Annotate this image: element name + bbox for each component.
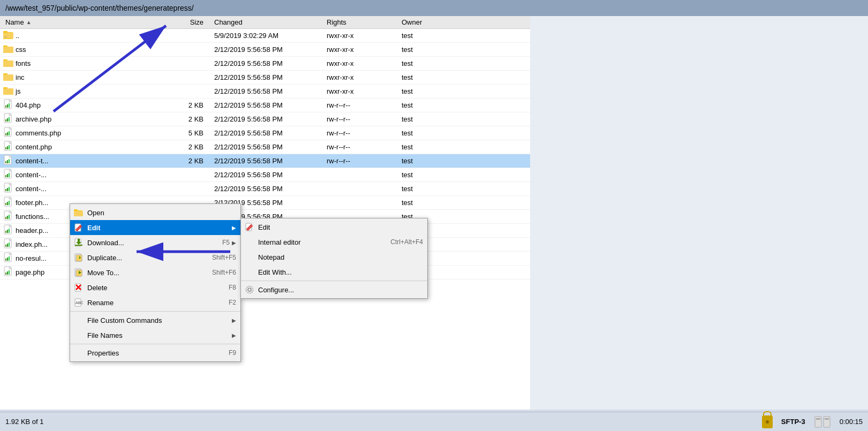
col-header-owner[interactable]: Owner	[396, 18, 461, 26]
timer: 0:00:15	[840, 418, 863, 426]
table-row[interactable]: .. ..5/9/2019 3:02:29 AMrwxr-xr-xtest	[0, 29, 530, 43]
submenu-item-notepad[interactable]: Notepad	[241, 249, 427, 264]
svg-rect-92	[76, 255, 82, 261]
status-bar: 1.92 KB of 1 SFTP-3 0:00:15	[0, 412, 868, 431]
file-name: content-t...	[16, 157, 48, 165]
file-rights: rw-r--r--	[321, 143, 396, 151]
file-name: index.ph...	[16, 240, 48, 248]
gear-icon	[244, 284, 255, 295]
file-owner: test	[396, 157, 461, 165]
menu-item-delete[interactable]: Delete F8	[70, 280, 240, 295]
file-owner: test	[396, 115, 461, 123]
svg-rect-34	[7, 146, 8, 149]
menu-item-edit[interactable]: Edit ▶	[70, 220, 240, 235]
svg-rect-44	[7, 174, 8, 177]
table-row[interactable]: css2/12/2019 5:56:58 PMrwxr-xr-xtest	[0, 43, 530, 57]
php-file-icon	[3, 183, 14, 195]
current-path: /www/test_957/public/wp-content/themes/g…	[5, 4, 194, 12]
table-row[interactable]: content-...2/12/2019 5:56:58 PMtest	[0, 168, 530, 182]
parent-folder-icon: ..	[3, 30, 14, 41]
context-menu: Open Edit ▶ Download... F5 ▶	[70, 203, 241, 362]
menu-item-duplicate[interactable]: Duplicate... Shift+F5	[70, 250, 240, 265]
svg-text:..: ..	[4, 33, 7, 39]
svg-rect-83	[74, 211, 83, 216]
svg-rect-35	[9, 145, 10, 149]
file-owner: test	[396, 143, 461, 151]
col-header-size[interactable]: Size	[166, 18, 209, 26]
php-file-icon	[3, 252, 14, 264]
file-name: content-...	[16, 171, 47, 179]
menu-item-properties[interactable]: Properties F9	[70, 345, 240, 360]
menu-item-file-names[interactable]: File Names ▶	[70, 328, 240, 343]
svg-rect-69	[7, 244, 8, 247]
svg-point-105	[246, 286, 253, 293]
submenu-item-internal-editor[interactable]: Internal editor Ctrl+Alt+F4	[241, 235, 427, 249]
submenu-item-edit-with[interactable]: Edit With...	[241, 264, 427, 279]
file-date: 2/12/2019 5:56:58 PM	[209, 87, 321, 95]
svg-rect-45	[9, 173, 10, 177]
table-row[interactable]: content.php2 KB2/12/2019 5:56:58 PMrw-r-…	[0, 140, 530, 154]
download-icon	[73, 237, 84, 248]
svg-point-104	[248, 288, 251, 291]
svg-rect-65	[9, 229, 10, 233]
file-rights: rwxr-xr-x	[321, 32, 396, 40]
file-rights: rwxr-xr-x	[321, 59, 396, 67]
menu-item-open[interactable]: Open	[70, 205, 240, 220]
lock-icon	[762, 415, 773, 428]
file-owner: test	[396, 87, 461, 95]
menu-item-file-custom[interactable]: File Custom Commands ▶	[70, 313, 240, 328]
table-row[interactable]: inc2/12/2019 5:56:58 PMrwxr-xr-xtest	[0, 71, 530, 85]
file-name: page.php	[16, 268, 44, 276]
file-date: 5/9/2019 3:02:29 AM	[209, 32, 321, 40]
file-name: comments.php	[16, 129, 61, 137]
file-list-header: Name ▲ Size Changed Rights Owner	[0, 16, 530, 29]
svg-rect-19	[7, 104, 8, 108]
file-owner: test	[396, 73, 461, 81]
file-name: css	[16, 46, 26, 54]
svg-rect-50	[9, 187, 10, 191]
svg-rect-9	[3, 61, 13, 67]
menu-item-download[interactable]: Download... F5 ▶	[70, 235, 240, 250]
file-date: 2/12/2019 5:56:58 PM	[209, 143, 321, 151]
table-row[interactable]: comments.php5 KB2/12/2019 5:56:58 PMrw-r…	[0, 126, 530, 140]
svg-rect-23	[5, 119, 6, 122]
svg-rect-6	[3, 47, 13, 53]
file-name: fonts	[16, 59, 31, 67]
open-folder-icon	[73, 207, 84, 218]
file-size: 2 KB	[166, 143, 209, 151]
svg-rect-113	[825, 418, 829, 420]
table-row[interactable]: 404.php2 KB2/12/2019 5:56:58 PMrw-r--r--…	[0, 99, 530, 112]
menu-item-moveto[interactable]: Move To... Shift+F6	[70, 265, 240, 280]
table-row[interactable]: content-t...2 KB2/12/2019 5:56:58 PMrw-r…	[0, 154, 530, 168]
file-name: no-resul...	[16, 254, 47, 262]
file-rights: rw-r--r--	[321, 157, 396, 165]
svg-rect-75	[9, 256, 10, 261]
svg-rect-74	[7, 258, 8, 261]
table-row[interactable]: fonts2/12/2019 5:56:58 PMrwxr-xr-xtest	[0, 57, 530, 71]
svg-rect-63	[5, 231, 6, 233]
svg-rect-68	[5, 245, 6, 247]
edit-direct-icon	[244, 222, 255, 232]
svg-rect-18	[5, 105, 6, 108]
col-header-changed[interactable]: Changed	[209, 18, 321, 26]
php-file-icon	[3, 224, 14, 237]
svg-rect-112	[816, 418, 820, 420]
table-row[interactable]: content-...2/12/2019 5:56:58 PMtest	[0, 182, 530, 196]
col-header-rights[interactable]: Rights	[321, 18, 396, 26]
table-row[interactable]: js2/12/2019 5:56:58 PMrwxr-xr-xtest	[0, 85, 530, 99]
col-header-name[interactable]: Name ▲	[0, 18, 166, 26]
php-file-icon	[3, 238, 14, 251]
file-name: content.php	[16, 143, 52, 151]
file-name: inc	[16, 73, 25, 81]
status-info: 1.92 KB of 1	[5, 418, 762, 426]
table-row[interactable]: archive.php2 KB2/12/2019 5:56:58 PMrw-r-…	[0, 112, 530, 126]
duplicate-icon	[73, 252, 84, 263]
submenu-item-edit[interactable]: Edit	[241, 220, 427, 235]
svg-rect-78	[5, 273, 6, 275]
file-custom-arrow-icon: ▶	[232, 317, 236, 323]
edit-submenu: Edit Internal editor Ctrl+Alt+F4 Notepad…	[240, 218, 428, 299]
submenu-item-configure[interactable]: Configure...	[241, 282, 427, 297]
rename-icon: ABC	[73, 297, 84, 308]
menu-item-rename[interactable]: ABC Rename F2	[70, 295, 240, 310]
file-size: 2 KB	[166, 115, 209, 123]
